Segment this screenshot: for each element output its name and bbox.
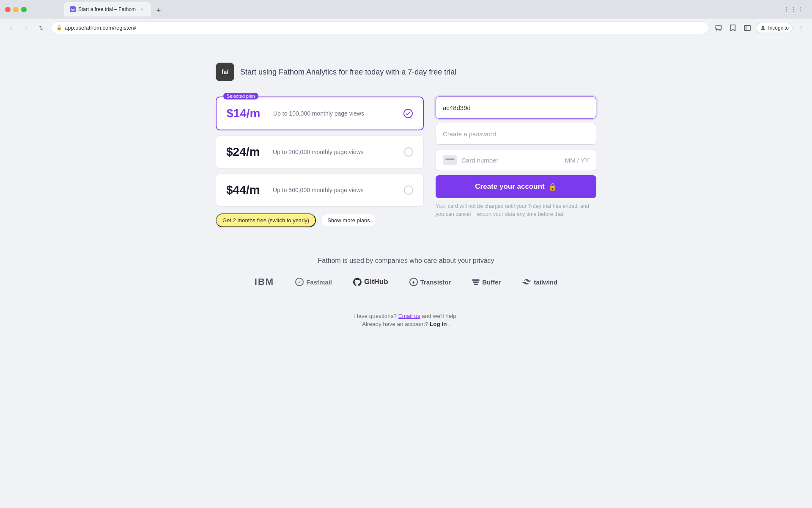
transistor-icon: +: [409, 278, 418, 286]
plan-card-14[interactable]: Selected plan $14/m Up to 100,000 monthl…: [216, 97, 424, 130]
new-tab-button[interactable]: +: [153, 5, 165, 17]
plan1-views: Up to 100,000 monthly page views: [273, 110, 403, 117]
github-icon: [353, 278, 362, 286]
address-text: app.usefathom.com/register#: [65, 25, 136, 31]
plan1-radio[interactable]: [403, 109, 413, 118]
plan3-radio[interactable]: [404, 185, 413, 195]
tab-bar: fa/ Start a free trial – Fathom × +: [30, 2, 165, 17]
close-window-button[interactable]: [5, 7, 11, 12]
create-account-label: Create your account: [475, 182, 544, 191]
traffic-lights: [5, 7, 27, 12]
logo-transistor: + Transistor: [409, 278, 451, 286]
github-text: GitHub: [364, 278, 388, 286]
browser-chrome: fa/ Start a free trial – Fathom × + ⋮⋮⋮ …: [0, 0, 812, 37]
plan2-views: Up to 200,000 monthly page views: [273, 149, 404, 155]
plan2-price: $24/m: [226, 145, 273, 159]
email-input[interactable]: [436, 97, 596, 119]
transistor-text: Transistor: [420, 279, 451, 286]
maximize-window-button[interactable]: [21, 7, 27, 12]
card-date-placeholder: MM / YY: [565, 157, 589, 164]
logos-row: IBM ✓ Fastmail GitHub + Transis: [216, 276, 596, 287]
incognito-badge: Incognito: [756, 23, 793, 33]
footer-line-2: Already have an account? Log in .: [216, 321, 596, 327]
email-us-link[interactable]: Email us: [398, 313, 420, 319]
more-menu-button[interactable]: ⋮: [795, 22, 807, 34]
plans-section: Selected plan $14/m Up to 100,000 monthl…: [216, 97, 424, 227]
fathom-logo: fa/: [216, 63, 234, 81]
footer-line-1: Have questions? Email us and we'll help.: [216, 313, 596, 319]
plan3-views: Up to 500,000 monthly page views: [273, 187, 404, 193]
page-content: fa/ Start using Fathom Analytics for fre…: [0, 37, 812, 503]
buffer-text: Buffer: [482, 279, 501, 286]
lock-icon: 🔒: [548, 182, 557, 191]
bottom-actions: Get 2 months free (switch to yearly) Sho…: [216, 213, 424, 227]
svg-rect-2: [744, 25, 750, 30]
create-account-button[interactable]: Create your account 🔒: [436, 175, 596, 198]
ibm-text: IBM: [255, 276, 274, 287]
fastmail-icon: ✓: [295, 278, 304, 286]
incognito-label: Incognito: [768, 25, 789, 31]
page-footer: Have questions? Email us and we'll help.…: [216, 313, 596, 327]
ssl-lock-icon: 🔒: [56, 25, 62, 30]
social-proof-title: Fathom is used by companies who care abo…: [216, 257, 596, 265]
logo-tailwind: tailwind: [522, 279, 557, 286]
card-icon: [443, 155, 457, 165]
card-number-placeholder: Card number: [461, 157, 561, 164]
card-input-row: Card number MM / YY: [436, 149, 596, 171]
plan1-price: $14/m: [227, 107, 273, 120]
svg-rect-6: [446, 159, 455, 160]
password-input[interactable]: [436, 123, 596, 145]
bookmark-icon[interactable]: [727, 22, 739, 34]
refresh-button[interactable]: ↻: [36, 22, 47, 34]
sidebar-icon[interactable]: [741, 22, 753, 34]
address-bar[interactable]: 🔒 app.usefathom.com/register#: [51, 22, 709, 34]
nav-actions: Incognito ⋮: [713, 22, 807, 34]
tab-title-label: Start a free trial – Fathom: [78, 6, 136, 12]
tab-favicon-icon: fa/: [70, 6, 76, 12]
logo-fastmail: ✓ Fastmail: [295, 278, 332, 286]
fastmail-text: Fastmail: [306, 279, 332, 286]
tailwind-icon: [522, 279, 531, 285]
back-button[interactable]: ‹: [5, 22, 17, 34]
show-more-plans-button[interactable]: Show more plans: [321, 214, 376, 227]
logo-buffer: Buffer: [472, 279, 501, 286]
main-container: fa/ Start using Fathom Analytics for fre…: [216, 63, 596, 327]
svg-point-4: [762, 25, 764, 28]
social-proof-section: Fathom is used by companies who care abo…: [216, 257, 596, 287]
active-tab[interactable]: fa/ Start a free trial – Fathom ×: [64, 2, 151, 17]
form-section: Card number MM / YY Create your account …: [436, 97, 596, 218]
logo-github: GitHub: [353, 278, 388, 286]
selected-plan-label: Selected plan: [223, 93, 258, 99]
buffer-icon: [472, 279, 480, 285]
login-link[interactable]: Log in: [430, 321, 447, 327]
cast-icon[interactable]: [713, 22, 724, 34]
tab-close-button[interactable]: ×: [138, 6, 145, 13]
plan-card-24[interactable]: $24/m Up to 200,000 monthly page views: [216, 135, 424, 168]
page-header-text: Start using Fathom Analytics for free to…: [240, 68, 456, 77]
plan-card-44[interactable]: $44/m Up to 500,000 monthly page views: [216, 174, 424, 207]
plan3-price: $44/m: [226, 183, 273, 197]
tailwind-text: tailwind: [534, 279, 557, 286]
logo-ibm: IBM: [255, 276, 274, 287]
main-layout: Selected plan $14/m Up to 100,000 monthl…: [216, 97, 596, 227]
minimize-window-button[interactable]: [13, 7, 19, 12]
window-menu-icon[interactable]: ⋮⋮⋮: [783, 6, 804, 14]
page-header: fa/ Start using Fathom Analytics for fre…: [216, 63, 596, 81]
browser-titlebar: fa/ Start a free trial – Fathom × + ⋮⋮⋮: [0, 0, 812, 19]
plan2-radio[interactable]: [404, 147, 413, 157]
forward-button[interactable]: ›: [20, 22, 32, 34]
switch-yearly-button[interactable]: Get 2 months free (switch to yearly): [216, 213, 316, 227]
navigation-bar: ‹ › ↻ 🔒 app.usefathom.com/register# Inco…: [0, 19, 812, 37]
trial-notice: Your card will not be charged until your…: [436, 202, 596, 218]
